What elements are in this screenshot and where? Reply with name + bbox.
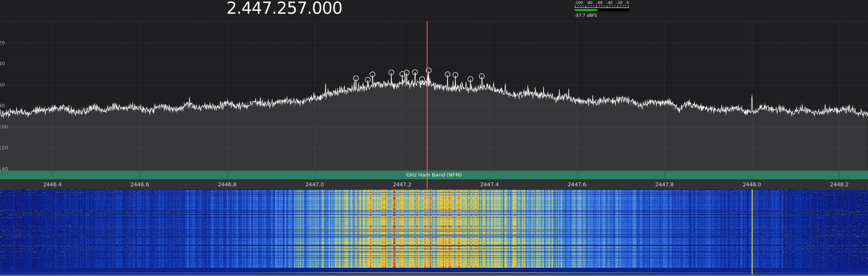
- meter-tick: [602, 5, 602, 6]
- meter-bar: [575, 9, 629, 11]
- meter-tick: [612, 5, 613, 6]
- meter-tick: [604, 5, 604, 6]
- db-axis-label: -140: [0, 166, 12, 172]
- signal-level-meter: -100-80-60-40-200 -57.7 dBFS: [575, 1, 629, 18]
- meter-tick: [593, 5, 594, 6]
- frequency-axis-label: 2447.0: [305, 181, 324, 188]
- frequency-display[interactable]: 2.447.257.000: [219, 0, 349, 18]
- meter-scale-label: -20: [617, 1, 623, 5]
- db-axis-label: -120: [0, 145, 12, 151]
- meter-scale-label: -80: [587, 1, 593, 5]
- meter-tick: [610, 5, 610, 6]
- frequency-axis-label: 2447.6: [568, 181, 586, 188]
- meter-scale-label: -40: [607, 1, 613, 5]
- sdr-app-window: 2.447.257.000 -100-80-60-40-200 -57.7 dB…: [0, 0, 868, 276]
- waterfall-display[interactable]: [0, 189, 868, 276]
- spectrum-plot[interactable]: [0, 0, 868, 189]
- frequency-axis-label: 2447.4: [480, 181, 499, 188]
- meter-tick: [591, 5, 592, 6]
- meter-tick: [615, 5, 615, 6]
- db-axis-label: -100: [0, 124, 12, 130]
- meter-scale-label: 0: [627, 1, 629, 5]
- meter-tick: [583, 5, 583, 6]
- meter-tick: [575, 5, 575, 7]
- meter-tick: [620, 5, 621, 6]
- meter-tick: [588, 5, 589, 6]
- meter-tick: [599, 5, 599, 6]
- meter-tick: [623, 5, 623, 6]
- frequency-axis-label: 2448.2: [830, 181, 849, 188]
- frequency-axis-label: 2448.0: [743, 181, 761, 188]
- meter-tick: [586, 5, 586, 7]
- frequency-axis-label: 2447.2: [393, 181, 411, 188]
- frequency-axis-label: 2446.4: [43, 181, 61, 188]
- meter-tick: [628, 5, 628, 7]
- meter-tick: [578, 5, 578, 6]
- db-axis-label: -60: [0, 82, 12, 88]
- meter-tick: [607, 5, 607, 7]
- db-axis-label: -20: [0, 40, 12, 46]
- meter-tick: [596, 5, 597, 7]
- db-axis-label: -40: [0, 61, 12, 66]
- db-axis-label: -80: [0, 103, 12, 109]
- meter-ticks: [575, 5, 629, 8]
- meter-bar-fill: [575, 9, 597, 11]
- meter-value: -57.7 dBFS: [575, 13, 629, 18]
- meter-scale: -100-80-60-40-200: [575, 1, 629, 5]
- frequency-axis-label: 2446.8: [218, 181, 236, 188]
- meter-tick: [617, 5, 618, 7]
- meter-tick: [581, 5, 581, 6]
- frequency-axis-label: 2446.6: [131, 181, 149, 188]
- tuning-line[interactable]: [427, 21, 428, 189]
- meter-scale-label: -100: [575, 1, 582, 5]
- frequency-axis-label: 2447.8: [655, 181, 674, 188]
- meter-tick: [625, 5, 626, 6]
- meter-scale-label: -60: [597, 1, 603, 5]
